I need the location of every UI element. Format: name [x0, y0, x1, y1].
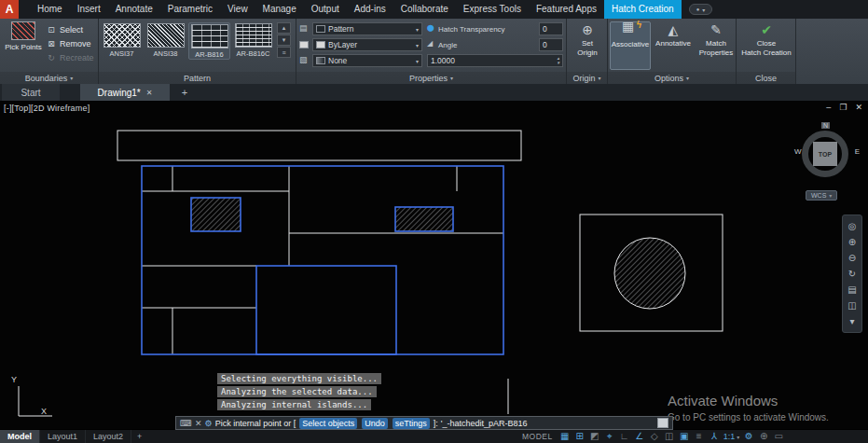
match-properties-button[interactable]: ✎ Match Properties — [696, 21, 737, 70]
select-button[interactable]: ⊡ Select — [47, 22, 97, 36]
options-panel-title[interactable]: Options ▾ — [608, 72, 736, 84]
drawing-canvas[interactable]: Y X — [0, 101, 868, 429]
pan-icon[interactable]: ▤ — [847, 284, 856, 296]
gallery-down-button[interactable]: ▾ — [277, 35, 291, 46]
tab-collaborate[interactable]: Collaborate — [393, 0, 456, 19]
object-snap-icon[interactable]: ▣ — [679, 430, 690, 443]
viewcube-west[interactable]: W — [794, 147, 802, 156]
tab-view[interactable]: View — [220, 0, 255, 19]
hatched-circle[interactable] — [614, 238, 685, 309]
close-hatch-creation-button[interactable]: ✔ Close Hatch Creation — [738, 21, 794, 70]
tab-featured-apps[interactable]: Featured Apps — [529, 0, 604, 19]
workspace-gear-icon[interactable]: ⚙ — [743, 430, 754, 443]
hatch-boundary-main[interactable] — [142, 166, 503, 354]
close-icon[interactable]: ✕ — [195, 419, 202, 428]
tab-addins[interactable]: Add-ins — [347, 0, 393, 19]
command-dock-handle[interactable] — [657, 418, 668, 428]
new-drawing-button[interactable]: + — [177, 84, 192, 101]
gallery-up-button[interactable]: ▴ — [277, 22, 291, 34]
tab-hatch-creation[interactable]: Hatch Creation — [604, 0, 682, 19]
drawing1-tab[interactable]: Drawing1* ✕ — [80, 84, 170, 101]
boundaries-panel-title[interactable]: Boundaries ▾ — [0, 72, 98, 84]
viewcube[interactable]: N TOP W E — [792, 119, 861, 185]
scale-spinner[interactable]: ▴ ▾ — [557, 56, 559, 65]
restore-icon[interactable]: ❐ — [839, 103, 847, 112]
model-space-label[interactable]: MODEL — [522, 432, 553, 441]
close-icon[interactable]: ✕ — [146, 89, 153, 97]
customize-wrench-icon[interactable]: ⚙ — [205, 419, 213, 428]
command-entry-text[interactable]: '_-hatchedit_pAR-B816 — [441, 419, 528, 428]
model-tab[interactable]: Model — [0, 430, 40, 443]
keyword-settings[interactable]: seTtings — [393, 418, 430, 429]
annotation-visibility-icon[interactable]: ⅄ — [709, 430, 720, 443]
tab-annotate[interactable]: Annotate — [108, 0, 160, 19]
isodraft-icon[interactable]: ◇ — [649, 430, 660, 443]
model-space-viewport[interactable]: Y X [-][Top][2D Wireframe] – ❐ ✕ N TOP W… — [0, 101, 868, 429]
geometry-top-rect[interactable] — [117, 131, 521, 160]
clean-screen-icon[interactable]: ▭ — [773, 430, 784, 443]
angle-input[interactable]: 0 — [539, 38, 563, 51]
hatch-color-dropdown[interactable]: ByLayer ▾ — [312, 38, 422, 51]
tab-output[interactable]: Output — [304, 0, 347, 19]
hatch-type-dropdown[interactable]: Pattern ▾ — [312, 22, 422, 35]
orbit-icon[interactable]: ↻ — [848, 268, 856, 280]
pick-points-button[interactable]: Pick Points — [3, 21, 44, 70]
tab-home[interactable]: Home — [30, 0, 70, 19]
layout2-tab[interactable]: Layout2 — [86, 430, 131, 443]
keyword-select-objects[interactable]: Select objects — [299, 418, 357, 429]
hatch-boundary-bottom[interactable] — [256, 266, 396, 354]
keyboard-icon[interactable]: ⌨ — [180, 419, 192, 428]
remove-button[interactable]: ⊠ Remove — [47, 36, 97, 50]
gallery-expand-button[interactable]: ≡ — [277, 47, 291, 58]
lineweight-icon[interactable]: ≡ — [694, 430, 705, 443]
viewcube-east[interactable]: E — [855, 147, 860, 156]
command-line[interactable]: ⌨ ✕ ⚙ Pick internal point or [ Select ob… — [175, 416, 673, 430]
background-color-dropdown[interactable]: None ▾ — [312, 54, 422, 67]
chevron-down-icon[interactable]: ▾ — [849, 315, 854, 327]
keyword-undo[interactable]: Undo — [362, 418, 388, 429]
object-snap-tracking-icon[interactable]: ◫ — [664, 430, 675, 443]
hatch-boundary-small-1[interactable] — [191, 198, 241, 231]
navigation-wheel-icon[interactable]: ◎ — [848, 220, 857, 232]
origin-panel-title[interactable]: Origin ▾ — [567, 72, 607, 84]
set-origin-button[interactable]: ⊕ Set Origin — [571, 21, 604, 70]
annotation-monitor-icon[interactable]: ⊕ — [758, 430, 769, 443]
hatch-transparency-input[interactable]: 0 — [539, 22, 563, 35]
hatch-swatch-arb816c[interactable]: AR-B816C — [232, 22, 274, 58]
close-icon[interactable]: ✕ — [855, 103, 862, 112]
new-layout-button[interactable]: + — [131, 432, 147, 441]
tab-parametric[interactable]: Parametric — [160, 0, 220, 19]
annotation-scale-button[interactable]: 1:1 ▾ — [723, 432, 740, 441]
properties-panel-title[interactable]: Properties ▾ — [296, 72, 566, 84]
viewcube-top-face[interactable]: TOP — [813, 142, 837, 166]
hatch-boundary-small-2[interactable] — [395, 207, 453, 231]
start-tab[interactable]: Start — [2, 84, 60, 101]
showmotion-icon[interactable]: ◫ — [847, 299, 856, 311]
annotative-button[interactable]: ◭ Annotative — [653, 21, 694, 70]
dynamic-input-icon[interactable]: ⌖ — [604, 430, 615, 443]
spinner-down-icon[interactable]: ▾ — [557, 61, 559, 65]
infer-constraints-icon[interactable]: ◩ — [589, 430, 600, 443]
app-logo[interactable]: A — [0, 0, 19, 19]
recreate-button[interactable]: ↻ Recreate — [47, 50, 97, 64]
ortho-icon[interactable]: ∟ — [619, 430, 630, 443]
minimize-icon[interactable]: – — [826, 103, 831, 112]
wcs-selector[interactable]: WCS ▾ — [806, 190, 837, 201]
grid-icon[interactable]: ▦ — [559, 430, 571, 443]
viewcube-north[interactable]: N — [821, 122, 830, 129]
hatch-swatch-arb816[interactable]: AR-B816 — [188, 22, 230, 60]
zoom-out-icon[interactable]: ⊖ — [848, 252, 856, 264]
hatch-swatch-ansi38[interactable]: ANSI38 — [145, 22, 186, 58]
tab-express-tools[interactable]: Express Tools — [456, 0, 529, 19]
hatch-scale-input[interactable]: 1.0000 ▴ ▾ — [427, 54, 563, 67]
zoom-in-icon[interactable]: ⊕ — [848, 236, 856, 248]
ribbon-display-toggle[interactable]: ● ▾ — [689, 4, 713, 15]
hatch-swatch-ansi37[interactable]: ANSI37 — [101, 22, 143, 58]
layout1-tab[interactable]: Layout1 — [40, 430, 86, 443]
tab-insert[interactable]: Insert — [70, 0, 108, 19]
viewport-controls[interactable]: [-][Top][2D Wireframe] — [4, 104, 90, 113]
geometry-walls[interactable] — [142, 166, 503, 354]
associative-button[interactable]: ▦ ϟ Associative — [610, 21, 651, 70]
snap-icon[interactable]: ⊞ — [574, 430, 586, 443]
tab-manage[interactable]: Manage — [255, 0, 304, 19]
